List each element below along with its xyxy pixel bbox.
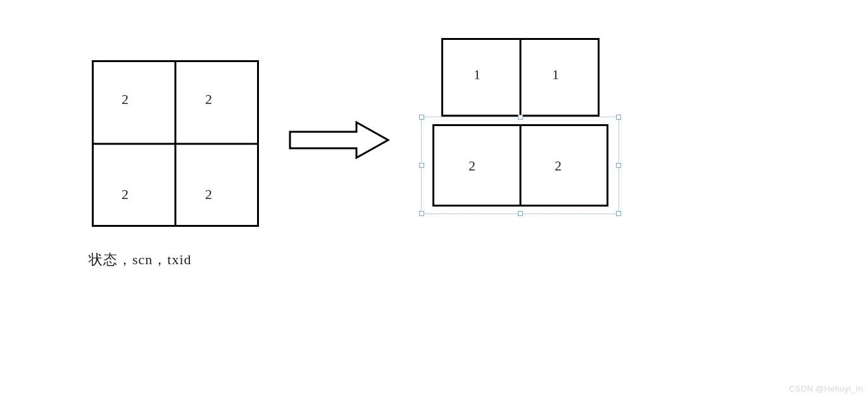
selection-handle-se[interactable] [616,211,621,216]
selection-handle-n[interactable] [518,115,523,120]
right-cell-br: 2 [555,158,562,174]
selection-handle-sw[interactable] [419,211,424,216]
right-top-vline [520,40,522,115]
selection-handle-e[interactable] [616,163,621,168]
left-grid: 2 2 2 2 [92,60,259,227]
selection-handle-s[interactable] [518,211,523,216]
arrow-right-icon [287,118,394,162]
right-grid-top: 1 1 [441,38,600,117]
left-caption: 状态，scn，txid [89,250,192,269]
right-grid-bottom[interactable]: 2 2 [432,124,608,207]
right-cell-tr: 1 [552,67,559,83]
selection-handle-ne[interactable] [616,115,621,120]
diagram-canvas: 2 2 2 2 状态，scn，txid 1 1 2 2 CSDN @Hehuyi… [0,0,868,396]
right-bottom-vline [520,126,522,205]
left-cell-bl: 2 [122,186,129,203]
selection-handle-w[interactable] [419,163,424,168]
right-cell-tl: 1 [474,67,481,83]
left-grid-hline [94,143,257,144]
left-cell-tl: 2 [122,91,129,108]
svg-marker-0 [290,122,388,158]
left-cell-tr: 2 [205,91,212,108]
right-cell-bl: 2 [469,158,475,174]
selection-handle-nw[interactable] [419,115,424,120]
watermark: CSDN @Hehuyi_In [789,384,863,393]
left-cell-br: 2 [205,186,212,203]
